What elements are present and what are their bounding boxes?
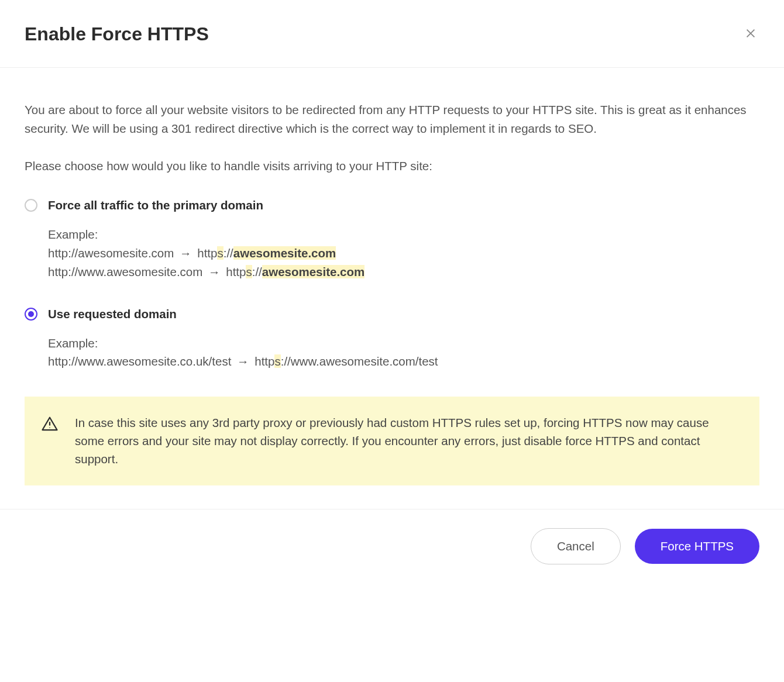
example-to-rest: ://www.awesomesite.com/test: [281, 354, 438, 368]
warning-text: In case this site uses any 3rd party pro…: [75, 414, 741, 468]
cancel-button[interactable]: Cancel: [531, 528, 621, 564]
example-to-prefix: http: [197, 246, 217, 260]
radio-row[interactable]: Force all traffic to the primary domain: [25, 198, 759, 212]
example-from: http://www.awesomesite.com: [48, 265, 202, 278]
intro-text: You are about to force all your website …: [25, 101, 759, 138]
arrow-right-icon: →: [180, 244, 192, 263]
example-line: http://awesomesite.com → https://awesome…: [48, 244, 759, 263]
arrow-right-icon: →: [237, 352, 249, 371]
example-block: Example: http://awesomesite.com → https:…: [48, 225, 759, 281]
force-https-button[interactable]: Force HTTPS: [635, 529, 759, 564]
warning-box: In case this site uses any 3rd party pro…: [25, 397, 759, 485]
example-to-highlight: awesomesite.com: [262, 265, 365, 278]
warning-icon: [41, 415, 59, 433]
modal-footer: Cancel Force HTTPS: [0, 509, 784, 589]
example-to-s: s: [217, 246, 223, 260]
example-line: http://www.awesomesite.com → https://awe…: [48, 263, 759, 281]
modal-title: Enable Force HTTPS: [25, 23, 209, 45]
radio-input-requested-domain[interactable]: [25, 308, 37, 321]
radio-option-requested-domain: Use requested domain Example: http://www…: [25, 307, 759, 371]
example-block: Example: http://www.awesomesite.co.uk/te…: [48, 334, 759, 371]
radio-label[interactable]: Force all traffic to the primary domain: [48, 198, 263, 212]
arrow-right-icon: →: [208, 263, 221, 281]
svg-point-1: [49, 428, 50, 429]
radio-row[interactable]: Use requested domain: [25, 307, 759, 321]
example-to-prefix: http: [226, 265, 246, 278]
modal-body: You are about to force all your website …: [0, 68, 784, 509]
example-to-sep: ://: [252, 265, 262, 278]
example-label: Example:: [48, 334, 759, 353]
radio-option-primary-domain: Force all traffic to the primary domain …: [25, 198, 759, 281]
example-to-highlight: awesomesite.com: [233, 246, 336, 260]
prompt-text: Please choose how would you like to hand…: [25, 157, 759, 175]
example-label: Example:: [48, 225, 759, 244]
example-to-s: s: [246, 265, 252, 278]
example-to-s: s: [274, 354, 280, 368]
example-from: http://www.awesomesite.co.uk/test: [48, 354, 231, 368]
example-to-prefix: http: [255, 354, 274, 368]
modal-header: Enable Force HTTPS: [0, 0, 784, 68]
example-from: http://awesomesite.com: [48, 246, 174, 260]
close-icon: [744, 27, 757, 42]
example-to-sep: ://: [223, 246, 233, 260]
close-button[interactable]: [742, 25, 759, 44]
radio-label[interactable]: Use requested domain: [48, 307, 177, 321]
example-line: http://www.awesomesite.co.uk/test → http…: [48, 352, 759, 371]
radio-input-primary-domain[interactable]: [25, 199, 37, 212]
